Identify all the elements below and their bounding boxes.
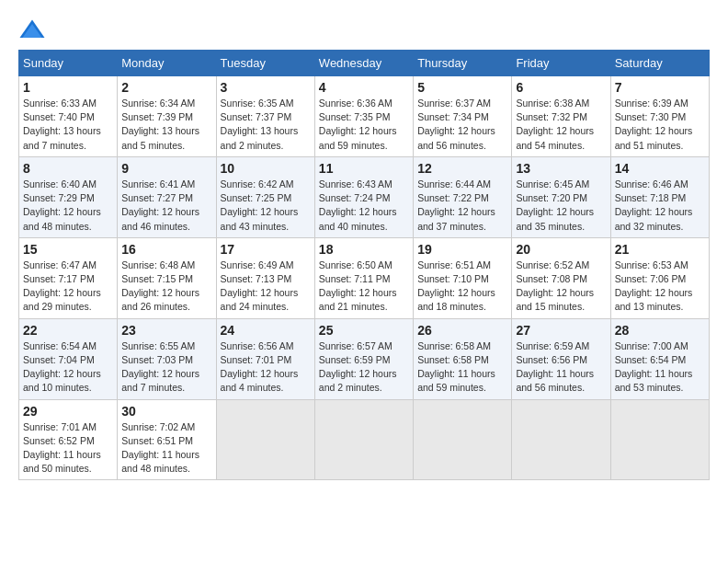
calendar-day: 11Sunrise: 6:43 AMSunset: 7:24 PMDayligh… xyxy=(314,156,413,237)
calendar-day: 8Sunrise: 6:40 AMSunset: 7:29 PMDaylight… xyxy=(19,156,118,237)
calendar-day: 29Sunrise: 7:01 AMSunset: 6:52 PMDayligh… xyxy=(19,399,118,480)
day-number: 2 xyxy=(121,80,211,95)
calendar-day: 30Sunrise: 7:02 AMSunset: 6:51 PMDayligh… xyxy=(118,399,216,480)
day-info: Sunrise: 6:39 AMSunset: 7:30 PMDaylight:… xyxy=(615,97,705,153)
weekday-header: Saturday xyxy=(610,51,709,76)
day-number: 22 xyxy=(23,323,113,338)
day-info: Sunrise: 6:40 AMSunset: 7:29 PMDaylight:… xyxy=(23,178,113,234)
day-info: Sunrise: 6:56 AMSunset: 7:01 PMDaylight:… xyxy=(221,339,311,396)
day-info: Sunrise: 6:46 AMSunset: 7:18 PMDaylight:… xyxy=(615,178,705,234)
calendar-day: 28Sunrise: 7:00 AMSunset: 6:54 PMDayligh… xyxy=(610,318,709,399)
calendar-day: 4Sunrise: 6:36 AMSunset: 7:35 PMDaylight… xyxy=(314,76,413,157)
day-number: 9 xyxy=(121,161,211,176)
weekday-header: Tuesday xyxy=(216,51,314,76)
day-info: Sunrise: 6:33 AMSunset: 7:40 PMDaylight:… xyxy=(23,97,113,153)
calendar-day: 14Sunrise: 6:46 AMSunset: 7:18 PMDayligh… xyxy=(610,156,709,237)
calendar-day xyxy=(314,399,413,480)
calendar-day: 19Sunrise: 6:51 AMSunset: 7:10 PMDayligh… xyxy=(414,237,512,318)
day-number: 7 xyxy=(615,80,705,95)
day-number: 6 xyxy=(516,80,606,95)
day-number: 26 xyxy=(417,323,507,338)
day-info: Sunrise: 6:41 AMSunset: 7:27 PMDaylight:… xyxy=(121,178,211,234)
calendar-day: 2Sunrise: 6:34 AMSunset: 7:39 PMDaylight… xyxy=(118,76,216,157)
day-number: 15 xyxy=(23,242,113,257)
day-number: 20 xyxy=(516,242,606,257)
day-number: 16 xyxy=(121,242,211,257)
day-info: Sunrise: 6:37 AMSunset: 7:34 PMDaylight:… xyxy=(417,97,507,153)
calendar-day: 7Sunrise: 6:39 AMSunset: 7:30 PMDaylight… xyxy=(610,76,709,157)
day-info: Sunrise: 6:58 AMSunset: 6:58 PMDaylight:… xyxy=(417,339,507,396)
day-info: Sunrise: 6:53 AMSunset: 7:06 PMDaylight:… xyxy=(615,259,705,315)
day-info: Sunrise: 6:38 AMSunset: 7:32 PMDaylight:… xyxy=(516,97,606,153)
calendar-week-row: 29Sunrise: 7:01 AMSunset: 6:52 PMDayligh… xyxy=(19,399,710,480)
calendar-day: 6Sunrise: 6:38 AMSunset: 7:32 PMDaylight… xyxy=(512,76,610,157)
calendar-table: SundayMondayTuesdayWednesdayThursdayFrid… xyxy=(18,50,710,480)
day-info: Sunrise: 7:00 AMSunset: 6:54 PMDaylight:… xyxy=(615,339,705,396)
calendar-day: 24Sunrise: 6:56 AMSunset: 7:01 PMDayligh… xyxy=(216,318,314,399)
calendar-day: 26Sunrise: 6:58 AMSunset: 6:58 PMDayligh… xyxy=(414,318,512,399)
calendar-day: 22Sunrise: 6:54 AMSunset: 7:04 PMDayligh… xyxy=(19,318,118,399)
calendar-week-row: 1Sunrise: 6:33 AMSunset: 7:40 PMDaylight… xyxy=(19,76,710,157)
day-number: 29 xyxy=(23,404,113,419)
calendar-week-row: 8Sunrise: 6:40 AMSunset: 7:29 PMDaylight… xyxy=(19,156,710,237)
logo-icon xyxy=(18,18,46,40)
day-info: Sunrise: 6:42 AMSunset: 7:25 PMDaylight:… xyxy=(221,178,311,234)
day-info: Sunrise: 6:48 AMSunset: 7:15 PMDaylight:… xyxy=(121,259,211,315)
calendar-day: 18Sunrise: 6:50 AMSunset: 7:11 PMDayligh… xyxy=(314,237,413,318)
calendar-day: 15Sunrise: 6:47 AMSunset: 7:17 PMDayligh… xyxy=(19,237,118,318)
day-number: 12 xyxy=(417,161,507,176)
day-info: Sunrise: 6:47 AMSunset: 7:17 PMDaylight:… xyxy=(23,259,113,315)
day-number: 1 xyxy=(23,80,113,95)
calendar-day xyxy=(216,399,314,480)
day-number: 18 xyxy=(319,242,409,257)
day-info: Sunrise: 6:43 AMSunset: 7:24 PMDaylight:… xyxy=(319,178,409,234)
calendar-week-row: 22Sunrise: 6:54 AMSunset: 7:04 PMDayligh… xyxy=(19,318,710,399)
day-info: Sunrise: 6:54 AMSunset: 7:04 PMDaylight:… xyxy=(23,339,113,396)
page-header xyxy=(18,18,710,40)
calendar-day: 23Sunrise: 6:55 AMSunset: 7:03 PMDayligh… xyxy=(118,318,216,399)
day-number: 4 xyxy=(319,80,409,95)
calendar-day: 12Sunrise: 6:44 AMSunset: 7:22 PMDayligh… xyxy=(414,156,512,237)
day-info: Sunrise: 6:44 AMSunset: 7:22 PMDaylight:… xyxy=(417,178,507,234)
day-number: 5 xyxy=(417,80,507,95)
day-number: 23 xyxy=(121,323,211,338)
day-number: 30 xyxy=(121,404,211,419)
day-info: Sunrise: 6:57 AMSunset: 6:59 PMDaylight:… xyxy=(319,339,409,396)
day-number: 19 xyxy=(417,242,507,257)
calendar-day: 3Sunrise: 6:35 AMSunset: 7:37 PMDaylight… xyxy=(216,76,314,157)
day-number: 25 xyxy=(319,323,409,338)
calendar-day: 21Sunrise: 6:53 AMSunset: 7:06 PMDayligh… xyxy=(610,237,709,318)
day-info: Sunrise: 7:01 AMSunset: 6:52 PMDaylight:… xyxy=(23,420,113,477)
day-info: Sunrise: 6:51 AMSunset: 7:10 PMDaylight:… xyxy=(417,259,507,315)
calendar-day: 27Sunrise: 6:59 AMSunset: 6:56 PMDayligh… xyxy=(512,318,610,399)
day-number: 3 xyxy=(221,80,311,95)
weekday-header: Wednesday xyxy=(314,51,413,76)
day-number: 11 xyxy=(319,161,409,176)
day-info: Sunrise: 6:36 AMSunset: 7:35 PMDaylight:… xyxy=(319,97,409,153)
day-number: 10 xyxy=(221,161,311,176)
calendar-day: 20Sunrise: 6:52 AMSunset: 7:08 PMDayligh… xyxy=(512,237,610,318)
day-number: 14 xyxy=(615,161,705,176)
weekday-header-row: SundayMondayTuesdayWednesdayThursdayFrid… xyxy=(19,51,710,76)
day-number: 17 xyxy=(221,242,311,257)
calendar-day: 13Sunrise: 6:45 AMSunset: 7:20 PMDayligh… xyxy=(512,156,610,237)
calendar-day xyxy=(414,399,512,480)
day-info: Sunrise: 6:50 AMSunset: 7:11 PMDaylight:… xyxy=(319,259,409,315)
calendar-day xyxy=(512,399,610,480)
weekday-header: Sunday xyxy=(19,51,118,76)
day-info: Sunrise: 6:49 AMSunset: 7:13 PMDaylight:… xyxy=(221,259,311,315)
day-number: 8 xyxy=(23,161,113,176)
day-info: Sunrise: 6:34 AMSunset: 7:39 PMDaylight:… xyxy=(121,97,211,153)
logo xyxy=(18,18,50,40)
day-info: Sunrise: 6:45 AMSunset: 7:20 PMDaylight:… xyxy=(516,178,606,234)
weekday-header: Thursday xyxy=(414,51,512,76)
calendar-day: 17Sunrise: 6:49 AMSunset: 7:13 PMDayligh… xyxy=(216,237,314,318)
day-info: Sunrise: 6:59 AMSunset: 6:56 PMDaylight:… xyxy=(516,339,606,396)
calendar-day: 9Sunrise: 6:41 AMSunset: 7:27 PMDaylight… xyxy=(118,156,216,237)
calendar-day xyxy=(610,399,709,480)
calendar-day: 5Sunrise: 6:37 AMSunset: 7:34 PMDaylight… xyxy=(414,76,512,157)
weekday-header: Friday xyxy=(512,51,610,76)
weekday-header: Monday xyxy=(118,51,216,76)
day-info: Sunrise: 6:55 AMSunset: 7:03 PMDaylight:… xyxy=(121,339,211,396)
calendar-day: 10Sunrise: 6:42 AMSunset: 7:25 PMDayligh… xyxy=(216,156,314,237)
